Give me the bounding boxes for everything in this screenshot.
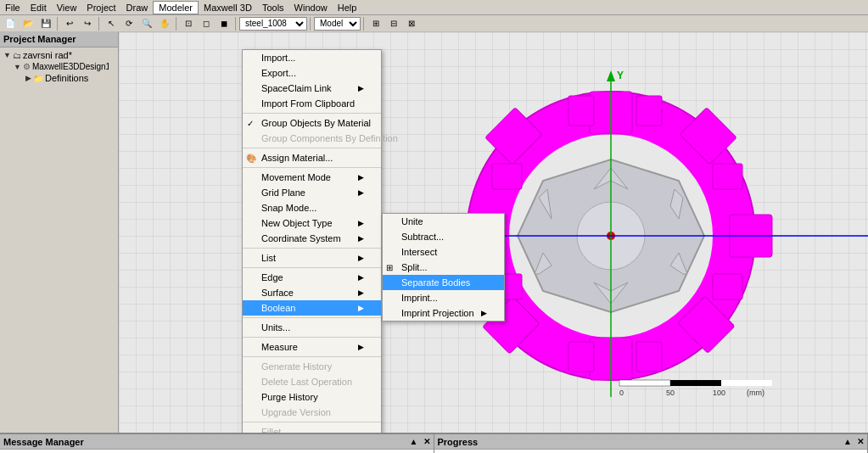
toolbar-save[interactable]: 💾 (37, 16, 54, 31)
toolbar-select[interactable]: ↖ (103, 16, 120, 31)
menu-tools[interactable]: Tools (257, 2, 289, 14)
viewport[interactable]: Y X 0 50 100 (mm) Import... (119, 32, 868, 433)
progress-panel-controls: ▲ ✕ (843, 437, 864, 446)
msg-panel-controls: ▲ ✕ (410, 437, 430, 446)
toolbar-pan[interactable]: ✋ (156, 16, 173, 31)
toolbar-open[interactable]: 📂 (20, 16, 36, 31)
sep-m3 (243, 167, 381, 168)
toolbar-new[interactable]: 📄 (2, 16, 19, 31)
menu-import-clipboard[interactable]: Import From Clipboard (243, 96, 381, 111)
menu-modeler[interactable]: Modeler (153, 1, 199, 14)
menu-grid-plane[interactable]: Grid Plane ▶ (243, 185, 381, 200)
menu-snap-mode[interactable]: Snap Mode... (243, 200, 381, 215)
project-icon: 🗂 (13, 51, 21, 60)
toolbar-view1[interactable]: ◻ (198, 16, 215, 31)
definitions-label: Definitions (45, 73, 88, 83)
toolbar-redo[interactable]: ↪ (79, 16, 96, 31)
menu-edge[interactable]: Edge ▶ (243, 270, 381, 285)
menu-group-material[interactable]: ✓ Group Objects By Material (243, 115, 381, 131)
svg-text:(mm): (mm) (747, 389, 764, 397)
menu-coordinate-system[interactable]: Coordinate System ▶ (243, 231, 381, 246)
material-select[interactable]: steel_1008 (239, 17, 307, 31)
menu-new-object-type[interactable]: New Object Type ▶ (243, 215, 381, 231)
submenu-unite[interactable]: Unite (383, 214, 504, 229)
svg-rect-35 (670, 380, 721, 386)
toolbar-view2[interactable]: ◼ (216, 16, 232, 31)
menu-edit[interactable]: Edit (25, 2, 52, 14)
menu-project[interactable]: Project (81, 2, 120, 14)
menu-boolean[interactable]: Boolean ▶ (243, 300, 381, 316)
menubar: File Edit View Project Draw Modeler Maxw… (0, 0, 868, 15)
menu-group-components[interactable]: Group Components By Definition (243, 131, 381, 146)
tree-item-project[interactable]: ▼ 🗂 zavrsni rad* (2, 49, 116, 61)
sep-1 (57, 17, 59, 31)
menu-movement-mode[interactable]: Movement Mode ▶ (243, 170, 381, 185)
sep-m8 (243, 356, 381, 357)
submenu-split[interactable]: ⊞ Split... (383, 260, 504, 275)
expand-icon-def: ▶ (25, 74, 31, 82)
menu-fillet[interactable]: Fillet (243, 424, 381, 433)
imprint-proj-arrow: ▶ (481, 309, 487, 317)
submenu-intersect[interactable]: Intersect (383, 244, 504, 260)
svg-rect-34 (619, 380, 670, 386)
menu-export[interactable]: Export... (243, 65, 381, 81)
tree-item-definitions[interactable]: ▶ 📁 Definitions (2, 72, 116, 84)
menu-view[interactable]: View (52, 2, 82, 14)
svg-text:50: 50 (666, 389, 675, 397)
toolbar-btn-extra3[interactable]: ⊠ (403, 16, 420, 31)
menu-assign-material[interactable]: 🎨 Assign Material... (243, 150, 381, 165)
split-icon: ⊞ (386, 263, 393, 272)
mode-select[interactable]: Model (314, 17, 361, 31)
project-label: zavrsni rad* (23, 50, 72, 60)
menu-units[interactable]: Units... (243, 320, 381, 335)
menu-file[interactable]: File (0, 2, 25, 14)
menu-upgrade-version[interactable]: Upgrade Version (243, 405, 381, 420)
submenu-imprint[interactable]: Imprint... (383, 290, 504, 305)
toolbar-btn-extra1[interactable]: ⊞ (367, 16, 384, 31)
modeler-dropdown: Import... Export... SpaceClaim Link ▶ Im… (242, 49, 382, 433)
menu-spaceclaim[interactable]: SpaceClaim Link ▶ (243, 81, 381, 96)
measure-arrow: ▶ (358, 343, 364, 351)
menu-import[interactable]: Import... (243, 50, 381, 65)
coordsys-arrow: ▶ (358, 234, 364, 243)
svg-rect-17 (492, 164, 522, 189)
project-tree: ▼ 🗂 zavrsni rad* ▼ ⚙ MaxwellE3DDesign1 (… (0, 48, 118, 433)
spaceclaim-arrow: ▶ (358, 84, 364, 92)
design-label: MaxwellE3DDesign1 (Magnetost... (32, 62, 109, 71)
progress-content (434, 450, 868, 453)
submenu-separate-bodies[interactable]: Separate Bodies (383, 275, 504, 290)
toolbar-zoom[interactable]: 🔍 (138, 16, 155, 31)
submenu-subtract[interactable]: Subtract... (383, 229, 504, 244)
tree-item-design[interactable]: ▼ ⚙ MaxwellE3DDesign1 (Magnetost... (2, 61, 116, 72)
menu-surface[interactable]: Surface ▶ (243, 285, 381, 300)
surface-arrow: ▶ (358, 288, 364, 297)
sep-5 (310, 17, 311, 31)
sep-m2 (243, 148, 381, 148)
menu-maxwell3d[interactable]: Maxwell 3D (199, 2, 257, 14)
menu-delete-last[interactable]: Delete Last Operation (243, 374, 381, 389)
sep-4 (235, 17, 237, 31)
movement-arrow: ▶ (358, 173, 364, 182)
check-group-material: ✓ (247, 119, 254, 128)
toolbar-row-1: 📄 📂 💾 ↩ ↪ ↖ ⟳ 🔍 ✋ ⊡ ◻ ◼ steel_1008 Model… (0, 15, 868, 32)
list-arrow: ▶ (358, 254, 364, 262)
toolbar-rotate[interactable]: ⟳ (120, 16, 137, 31)
gridplane-arrow: ▶ (358, 188, 364, 197)
edge-arrow: ▶ (358, 273, 364, 282)
sep-m9 (243, 422, 381, 422)
menu-help[interactable]: Help (333, 2, 362, 14)
menu-generate-history[interactable]: Generate History (243, 359, 381, 374)
menu-purge-history[interactable]: Purge History (243, 389, 381, 405)
toolbar-undo[interactable]: ↩ (61, 16, 78, 31)
toolbar-fit[interactable]: ⊡ (180, 16, 197, 31)
menu-window[interactable]: Window (289, 2, 333, 14)
menu-draw[interactable]: Draw (121, 2, 154, 14)
material-icon: 🎨 (246, 154, 256, 163)
svg-rect-18 (568, 96, 594, 126)
message-manager-content (0, 450, 434, 453)
menu-list[interactable]: List ▶ (243, 250, 381, 266)
menu-measure[interactable]: Measure ▶ (243, 339, 381, 355)
submenu-imprint-projection[interactable]: Imprint Projection ▶ (383, 305, 504, 321)
message-manager-panel: Message Manager ▲ ✕ (0, 434, 434, 453)
toolbar-btn-extra2[interactable]: ⊟ (385, 16, 402, 31)
